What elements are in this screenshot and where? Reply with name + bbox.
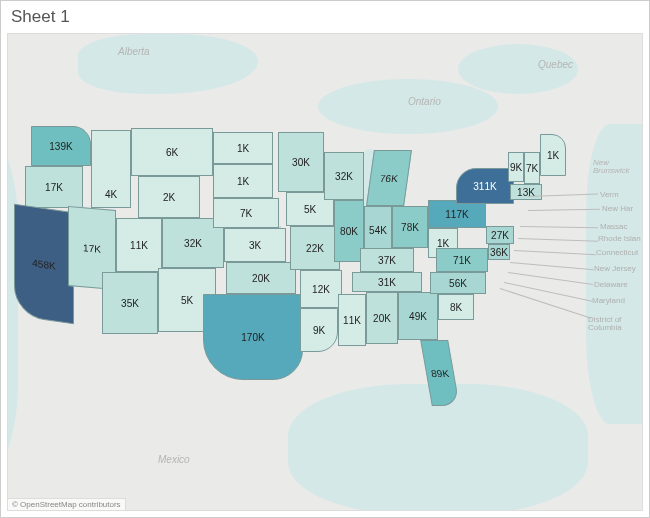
state-GA[interactable]: 49K [398, 292, 438, 340]
map-viz[interactable]: Alberta Ontario Quebec Mexico UnitedStat… [7, 33, 643, 511]
state-AL[interactable]: 20K [366, 292, 398, 344]
state-SD[interactable]: 1K [213, 164, 273, 198]
state-VA[interactable]: 71K [436, 248, 488, 272]
state-NY[interactable]: 311K [456, 168, 514, 204]
state-LA[interactable]: 9K [300, 308, 338, 352]
state-NE[interactable]: 7K [213, 198, 279, 228]
state-PA[interactable]: 117K [428, 200, 486, 228]
state-TN[interactable]: 31K [352, 272, 422, 292]
side-label-vt: Verm [600, 190, 619, 199]
state-MS[interactable]: 11K [338, 294, 366, 346]
state-OK[interactable]: 20K [226, 262, 296, 294]
side-label-de: Delaware [594, 280, 628, 289]
state-WA[interactable]: 139K [31, 126, 91, 166]
state-TX[interactable]: 170K [203, 294, 303, 380]
state-SC[interactable]: 8K [438, 294, 474, 320]
state-MA[interactable]: 13K [510, 184, 542, 200]
state-NH[interactable]: 7K [524, 152, 540, 184]
state-MO[interactable]: 22K [290, 226, 340, 270]
state-KY[interactable]: 37K [360, 248, 414, 272]
state-WY[interactable]: 2K [138, 176, 200, 218]
map-attribution: © OpenStreetMap contributors [8, 498, 126, 510]
state-UT[interactable]: 11K [116, 218, 162, 272]
state-CA[interactable]: 458K [14, 204, 74, 324]
side-label-nj: New Jersey [594, 264, 636, 273]
side-label-dc: District ofColumbia [588, 316, 622, 332]
state-MT[interactable]: 6K [131, 128, 213, 176]
side-label-ma: Massac [600, 222, 628, 231]
side-label-nh: New Har [602, 204, 633, 213]
state-IN[interactable]: 54K [364, 206, 392, 254]
state-OH[interactable]: 78K [392, 206, 428, 248]
state-WI[interactable]: 32K [324, 152, 364, 200]
state-NC[interactable]: 56K [430, 272, 486, 294]
sheet-title: Sheet 1 [11, 7, 70, 27]
state-DE[interactable]: 36K [488, 244, 510, 260]
bg-water [458, 44, 578, 94]
bg-water [318, 79, 498, 134]
state-MN[interactable]: 30K [278, 132, 324, 192]
state-CT[interactable]: 27K [486, 226, 514, 244]
state-ME[interactable]: 1K [540, 134, 566, 176]
state-VT[interactable]: 9K [508, 152, 524, 182]
state-OR[interactable]: 17K [25, 166, 83, 208]
state-AZ[interactable]: 35K [102, 272, 158, 334]
side-label-ct: Connecticut [596, 248, 638, 257]
side-label-md: Maryland [592, 296, 625, 305]
state-KS[interactable]: 3K [224, 228, 286, 262]
side-label-ri: Rhode Islan [598, 234, 641, 243]
state-MI[interactable]: 76K [366, 150, 412, 206]
bg-water-atlantic [586, 124, 643, 424]
state-ID[interactable]: 4K [91, 130, 131, 208]
state-AR[interactable]: 12K [300, 270, 342, 308]
worksheet-container: Sheet 1 Alberta Ontario Quebec Mexico Un… [0, 0, 650, 518]
state-ND[interactable]: 1K [213, 132, 273, 164]
